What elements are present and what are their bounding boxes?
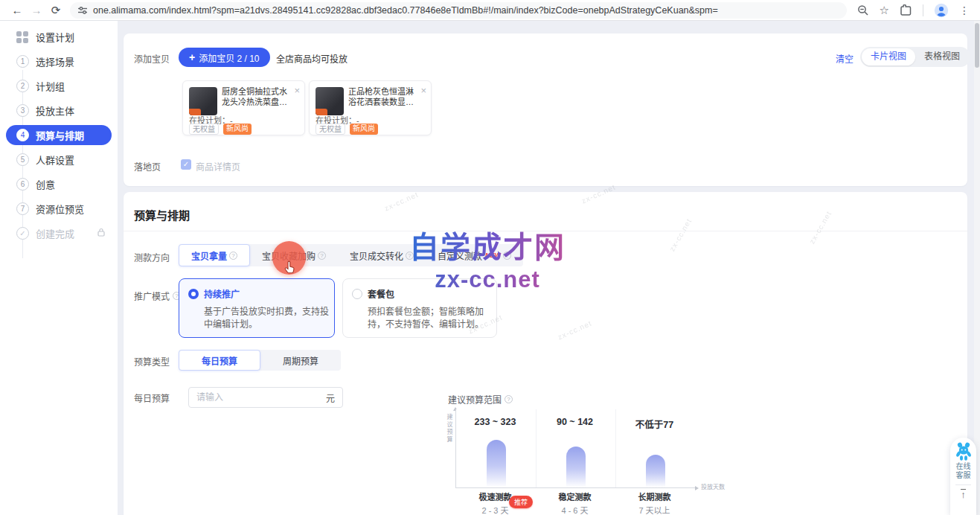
mode-desc: 基于广告投放实时扣费，支持投中编辑计划。 (204, 306, 334, 331)
chart-title: 建议预算范围 (448, 393, 502, 406)
product-card[interactable]: 厨房全铜抽拉式水龙头冷热洗菜盘枪灰池水... × 在投计划：- 无权益 新风尚 (182, 80, 305, 135)
info-icon[interactable]: ? (229, 252, 237, 260)
zoom-icon[interactable] (857, 4, 869, 16)
sidebar-item-audience[interactable]: 5 人群设置 (6, 147, 112, 172)
section-title: 预算与排期 (134, 207, 190, 223)
chrome-menu-icon[interactable]: ⋮ (959, 4, 970, 16)
sidebar-item-placement-preview[interactable]: 7 资源位预览 (6, 196, 112, 221)
category-duration: 7 天以上 (615, 504, 694, 515)
no-rights-tag: 无权益 (189, 124, 219, 135)
mode-label: 推广模式 ? (134, 290, 181, 302)
radio-unselected-icon[interactable] (352, 289, 362, 299)
online-service-label[interactable]: 在线客服 (955, 462, 972, 480)
wizard-sidebar: 设置计划 1 选择场景 2 计划组 3 投放主体 4 预算与排期 5 人群设置 … (0, 21, 118, 515)
direction-option-volume[interactable]: 宝贝拿量 ? (179, 244, 250, 266)
new-trend-tag: 新风尚 (223, 124, 252, 135)
add-items-card: 添加宝贝 + 添加宝贝 2 / 10 全店商品均可投放 清空 卡片视图 表格视图… (124, 33, 967, 186)
option-label: 宝贝成交转化 (350, 249, 403, 262)
card-view-tab[interactable]: 卡片视图 (862, 48, 915, 65)
clear-all-link[interactable]: 清空 (836, 52, 854, 65)
direction-option-conversion[interactable]: 宝贝成交转化 ? (338, 244, 426, 266)
daily-budget-input[interactable] (196, 392, 326, 403)
info-icon[interactable]: ? (503, 252, 511, 260)
mode-label-text: 推广模式 (134, 290, 170, 302)
address-bar[interactable]: one.alimama.com/index.html?spm=a21dvs.28… (70, 2, 847, 19)
forward-icon[interactable]: → (27, 4, 46, 16)
option-label: 自定义测款 (438, 249, 482, 262)
mode-card-continuous[interactable]: 持续推广 基于广告投放实时扣费，支持投中编辑计划。 (179, 278, 335, 338)
option-label: 每日预算 (202, 354, 237, 367)
extensions-icon[interactable] (900, 4, 912, 16)
sidebar-item-label: 预算与排期 (36, 128, 84, 142)
new-badge: NEW (485, 252, 501, 259)
mode-card-package[interactable]: 套餐包 预扣套餐包金额；智能策略加持，不支持暂停、编辑计划。 (342, 278, 497, 338)
table-view-tab[interactable]: 表格视图 (915, 48, 969, 65)
widget-divider (955, 484, 971, 485)
mascot-icon[interactable] (954, 441, 973, 461)
landing-checkbox[interactable]: ✓ (181, 159, 191, 170)
direction-option-favorite[interactable]: 宝贝收藏加购 ? (250, 244, 338, 266)
back-to-top-icon[interactable]: ↑ (961, 489, 966, 499)
sidebar-item-target[interactable]: 3 投放主体 (6, 98, 112, 123)
new-trend-tag: 新风尚 (350, 124, 378, 135)
step-number: 5 (16, 153, 29, 166)
plus-icon: + (189, 51, 195, 63)
budget-schedule-card: 预算与排期 测款方向 宝贝拿量 ? 宝贝收藏加购 ? 宝贝成交转化 ? 自定义测… (124, 192, 967, 515)
bar-value: 不低于77 (615, 417, 694, 431)
step-number: 4 (16, 129, 29, 141)
customer-service-widget[interactable]: 在线客服 ↑ (950, 438, 976, 515)
direction-option-custom[interactable]: 自定义测款 NEW ? (426, 244, 523, 266)
landing-option-label: 商品详情页 (196, 160, 240, 173)
y-axis-label: 建议预算 (445, 414, 453, 444)
scrollbar-track[interactable] (974, 21, 980, 515)
radio-selected-icon[interactable] (188, 289, 199, 299)
add-item-button[interactable]: + 添加宝贝 2 / 10 (179, 48, 270, 67)
budget-type-daily[interactable]: 每日预算 (179, 350, 260, 371)
budget-type-period[interactable]: 周期预算 (260, 350, 341, 371)
info-icon[interactable]: ? (505, 395, 513, 403)
product-card[interactable]: 正品枪灰色恒温淋浴花洒套装数显淋雨浴全... × 在投计划：- 无权益 新风尚 (309, 80, 432, 135)
recommend-badge: 推荐 (509, 496, 533, 508)
lock-icon (97, 228, 106, 237)
bookmark-icon[interactable]: ☆ (880, 4, 889, 17)
product-thumbnail (316, 87, 344, 115)
step-number: 2 (16, 80, 29, 92)
category-stable: 稳定测款 4 - 6 天 (535, 490, 615, 515)
info-icon[interactable]: ? (406, 252, 414, 260)
daily-budget-field[interactable]: 元 (188, 387, 343, 408)
add-item-button-label: 添加宝贝 2 / 10 (199, 51, 259, 64)
chrome-divider (923, 4, 923, 16)
category-duration: 4 - 6 天 (535, 504, 615, 515)
direction-label: 测款方向 (134, 251, 170, 263)
category-name: 稳定测款 (535, 490, 615, 502)
add-items-hint: 全店商品均可投放 (276, 52, 348, 65)
product-title: 正品枪灰色恒温淋浴花洒套装数显淋雨浴全... (348, 86, 420, 107)
info-icon[interactable]: ? (318, 252, 326, 260)
add-items-label: 添加宝贝 (134, 52, 170, 65)
close-icon[interactable]: × (420, 86, 426, 95)
step-number: 1 (16, 55, 29, 68)
scrollbar-thumb[interactable] (975, 23, 979, 68)
section-divider (124, 231, 967, 231)
mode-desc: 预扣套餐包金额；智能策略加持，不支持暂停、编辑计划。 (368, 306, 498, 331)
profile-avatar-icon[interactable] (934, 3, 949, 18)
chart-categories: 极速测款 2 - 3 天 推荐 稳定测款 4 - 6 天 长期测款 7 天以上 (455, 490, 695, 515)
step-number: 6 (16, 178, 29, 191)
direction-segmented: 宝贝拿量 ? 宝贝收藏加购 ? 宝贝成交转化 ? 自定义测款 NEW ? (179, 244, 523, 266)
sidebar-item-scene[interactable]: 1 选择场景 (6, 49, 112, 74)
step-check-icon: ✓ (16, 227, 29, 240)
sidebar-item-creative[interactable]: 6 创意 (6, 172, 112, 196)
sidebar-item-plan-group[interactable]: 2 计划组 (6, 74, 112, 98)
close-icon[interactable]: × (294, 86, 300, 95)
site-info-icon[interactable] (77, 5, 88, 16)
back-icon[interactable]: ← (7, 4, 27, 16)
reload-icon[interactable]: ⟳ (46, 4, 65, 17)
x-axis-arrow (695, 486, 701, 490)
sidebar-item-label: 创建完成 (36, 226, 74, 240)
sidebar-item-label: 资源位预览 (36, 202, 84, 216)
sidebar-item-plan-settings[interactable]: 设置计划 (6, 25, 112, 49)
sidebar-item-budget-schedule[interactable]: 4 预算与排期 (6, 125, 112, 145)
option-label: 宝贝收藏加购 (262, 249, 316, 262)
sidebar-item-create-done: ✓ 创建完成 (6, 221, 112, 246)
step-number: 3 (16, 104, 29, 117)
